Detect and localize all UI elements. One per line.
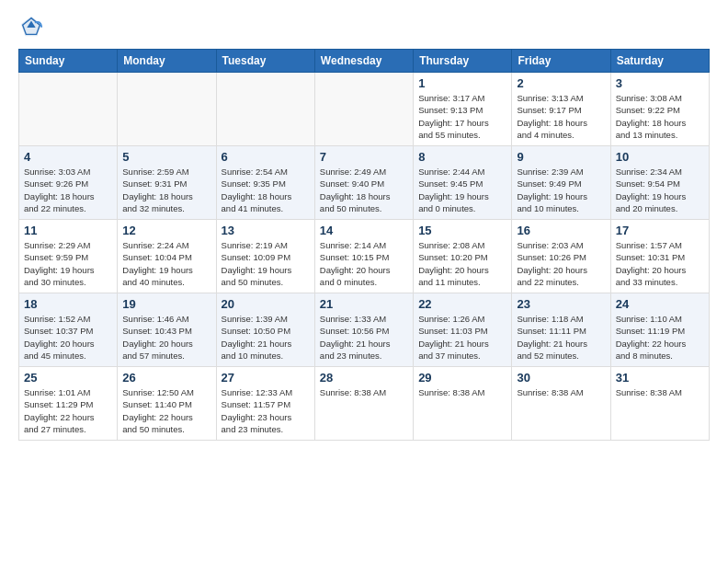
calendar-cell xyxy=(314,73,413,146)
day-number: 20 xyxy=(222,297,310,311)
calendar-cell: 11Sunrise: 2:29 AM Sunset: 9:59 PM Dayli… xyxy=(19,220,118,293)
calendar-cell: 1Sunrise: 3:17 AM Sunset: 9:13 PM Daylig… xyxy=(414,73,512,146)
day-number: 12 xyxy=(122,224,210,237)
weekday-header-monday: Monday xyxy=(118,50,216,73)
day-number: 11 xyxy=(24,224,112,237)
calendar-cell: 9Sunrise: 2:39 AM Sunset: 9:49 PM Daylig… xyxy=(512,146,610,220)
calendar-week-row: 25Sunrise: 1:01 AM Sunset: 11:29 PM Dayl… xyxy=(19,367,710,441)
calendar-cell: 31Sunrise: 8:38 AM xyxy=(610,367,709,441)
calendar-cell: 20Sunrise: 1:39 AM Sunset: 10:50 PM Dayl… xyxy=(216,293,314,367)
day-info: Sunrise: 8:38 AM xyxy=(616,386,704,398)
day-info: Sunrise: 8:38 AM xyxy=(320,386,408,398)
weekday-header-saturday: Saturday xyxy=(610,50,709,73)
day-number: 24 xyxy=(616,297,704,311)
header xyxy=(18,14,710,40)
weekday-header-thursday: Thursday xyxy=(414,50,512,73)
day-info: Sunrise: 2:29 AM Sunset: 9:59 PM Dayligh… xyxy=(24,239,112,288)
day-info: Sunrise: 1:52 AM Sunset: 10:37 PM Daylig… xyxy=(24,313,112,362)
calendar-week-row: 18Sunrise: 1:52 AM Sunset: 10:37 PM Dayl… xyxy=(19,293,710,367)
day-info: Sunrise: 2:14 AM Sunset: 10:15 PM Daylig… xyxy=(320,239,408,288)
day-number: 8 xyxy=(418,150,506,164)
day-info: Sunrise: 2:24 AM Sunset: 10:04 PM Daylig… xyxy=(122,239,210,288)
calendar-cell xyxy=(216,73,314,146)
day-info: Sunrise: 2:59 AM Sunset: 9:31 PM Dayligh… xyxy=(122,166,210,214)
day-info: Sunrise: 1:18 AM Sunset: 11:11 PM Daylig… xyxy=(517,313,605,362)
calendar-cell: 14Sunrise: 2:14 AM Sunset: 10:15 PM Dayl… xyxy=(314,220,413,293)
logo xyxy=(18,14,46,40)
day-number: 28 xyxy=(320,371,408,385)
day-number: 4 xyxy=(24,150,112,164)
day-number: 19 xyxy=(122,297,210,311)
weekday-header-row: SundayMondayTuesdayWednesdayThursdayFrid… xyxy=(19,50,710,73)
day-info: Sunrise: 2:54 AM Sunset: 9:35 PM Dayligh… xyxy=(222,166,310,214)
day-info: Sunrise: 8:38 AM xyxy=(517,386,605,398)
day-number: 31 xyxy=(616,371,704,385)
day-number: 26 xyxy=(122,371,210,385)
day-info: Sunrise: 1:46 AM Sunset: 10:43 PM Daylig… xyxy=(122,313,210,362)
calendar-cell: 7Sunrise: 2:49 AM Sunset: 9:40 PM Daylig… xyxy=(314,146,413,220)
logo-icon xyxy=(18,14,44,40)
weekday-header-wednesday: Wednesday xyxy=(314,50,413,73)
calendar-cell: 6Sunrise: 2:54 AM Sunset: 9:35 PM Daylig… xyxy=(216,146,314,220)
day-number: 22 xyxy=(418,297,506,311)
day-info: Sunrise: 2:08 AM Sunset: 10:20 PM Daylig… xyxy=(418,239,506,288)
calendar-cell: 2Sunrise: 3:13 AM Sunset: 9:17 PM Daylig… xyxy=(512,73,610,146)
day-number: 7 xyxy=(320,150,408,164)
day-info: Sunrise: 1:39 AM Sunset: 10:50 PM Daylig… xyxy=(222,313,310,362)
day-number: 15 xyxy=(418,224,506,237)
calendar-cell xyxy=(118,73,216,146)
day-info: Sunrise: 3:17 AM Sunset: 9:13 PM Dayligh… xyxy=(418,92,506,141)
calendar-cell: 5Sunrise: 2:59 AM Sunset: 9:31 PM Daylig… xyxy=(118,146,216,220)
day-info: Sunrise: 12:33 AM Sunset: 11:57 PM Dayli… xyxy=(222,386,310,435)
day-number: 14 xyxy=(320,224,408,237)
calendar-cell: 13Sunrise: 2:19 AM Sunset: 10:09 PM Dayl… xyxy=(216,220,314,293)
calendar-cell: 28Sunrise: 8:38 AM xyxy=(314,367,413,441)
calendar-cell: 15Sunrise: 2:08 AM Sunset: 10:20 PM Dayl… xyxy=(414,220,512,293)
day-info: Sunrise: 2:39 AM Sunset: 9:49 PM Dayligh… xyxy=(517,166,605,214)
calendar-week-row: 11Sunrise: 2:29 AM Sunset: 9:59 PM Dayli… xyxy=(19,220,710,293)
day-info: Sunrise: 2:03 AM Sunset: 10:26 PM Daylig… xyxy=(517,239,605,288)
weekday-header-sunday: Sunday xyxy=(19,50,118,73)
day-number: 30 xyxy=(517,371,605,385)
day-info: Sunrise: 8:38 AM xyxy=(418,386,506,398)
day-number: 3 xyxy=(616,76,704,90)
calendar-cell: 24Sunrise: 1:10 AM Sunset: 11:19 PM Dayl… xyxy=(610,293,709,367)
calendar-cell: 8Sunrise: 2:44 AM Sunset: 9:45 PM Daylig… xyxy=(414,146,512,220)
day-number: 25 xyxy=(24,371,112,385)
calendar-cell xyxy=(19,73,118,146)
day-info: Sunrise: 1:33 AM Sunset: 10:56 PM Daylig… xyxy=(320,313,408,362)
day-info: Sunrise: 2:49 AM Sunset: 9:40 PM Dayligh… xyxy=(320,166,408,214)
day-info: Sunrise: 2:44 AM Sunset: 9:45 PM Dayligh… xyxy=(418,166,506,214)
day-number: 5 xyxy=(122,150,210,164)
calendar-cell: 23Sunrise: 1:18 AM Sunset: 11:11 PM Dayl… xyxy=(512,293,610,367)
calendar-cell: 21Sunrise: 1:33 AM Sunset: 10:56 PM Dayl… xyxy=(314,293,413,367)
day-info: Sunrise: 3:03 AM Sunset: 9:26 PM Dayligh… xyxy=(24,166,112,214)
calendar-cell: 27Sunrise: 12:33 AM Sunset: 11:57 PM Day… xyxy=(216,367,314,441)
day-number: 17 xyxy=(616,224,704,237)
day-info: Sunrise: 3:08 AM Sunset: 9:22 PM Dayligh… xyxy=(616,92,704,141)
calendar-week-row: 4Sunrise: 3:03 AM Sunset: 9:26 PM Daylig… xyxy=(19,146,710,220)
weekday-header-friday: Friday xyxy=(512,50,610,73)
day-info: Sunrise: 2:34 AM Sunset: 9:54 PM Dayligh… xyxy=(616,166,704,214)
day-info: Sunrise: 2:19 AM Sunset: 10:09 PM Daylig… xyxy=(222,239,310,288)
calendar-cell: 19Sunrise: 1:46 AM Sunset: 10:43 PM Dayl… xyxy=(118,293,216,367)
calendar-cell: 22Sunrise: 1:26 AM Sunset: 11:03 PM Dayl… xyxy=(414,293,512,367)
day-info: Sunrise: 12:50 AM Sunset: 11:40 PM Dayli… xyxy=(122,386,210,435)
calendar-cell: 12Sunrise: 2:24 AM Sunset: 10:04 PM Dayl… xyxy=(118,220,216,293)
day-number: 29 xyxy=(418,371,506,385)
day-info: Sunrise: 1:10 AM Sunset: 11:19 PM Daylig… xyxy=(616,313,704,362)
day-info: Sunrise: 3:13 AM Sunset: 9:17 PM Dayligh… xyxy=(517,92,605,141)
day-number: 13 xyxy=(222,224,310,237)
day-number: 16 xyxy=(517,224,605,237)
calendar-cell: 16Sunrise: 2:03 AM Sunset: 10:26 PM Dayl… xyxy=(512,220,610,293)
calendar-cell: 17Sunrise: 1:57 AM Sunset: 10:31 PM Dayl… xyxy=(610,220,709,293)
day-number: 27 xyxy=(222,371,310,385)
day-number: 21 xyxy=(320,297,408,311)
day-info: Sunrise: 1:26 AM Sunset: 11:03 PM Daylig… xyxy=(418,313,506,362)
calendar-cell: 26Sunrise: 12:50 AM Sunset: 11:40 PM Day… xyxy=(118,367,216,441)
calendar-cell: 30Sunrise: 8:38 AM xyxy=(512,367,610,441)
day-number: 9 xyxy=(517,150,605,164)
calendar-cell: 3Sunrise: 3:08 AM Sunset: 9:22 PM Daylig… xyxy=(610,73,709,146)
day-number: 18 xyxy=(24,297,112,311)
calendar-week-row: 1Sunrise: 3:17 AM Sunset: 9:13 PM Daylig… xyxy=(19,73,710,146)
